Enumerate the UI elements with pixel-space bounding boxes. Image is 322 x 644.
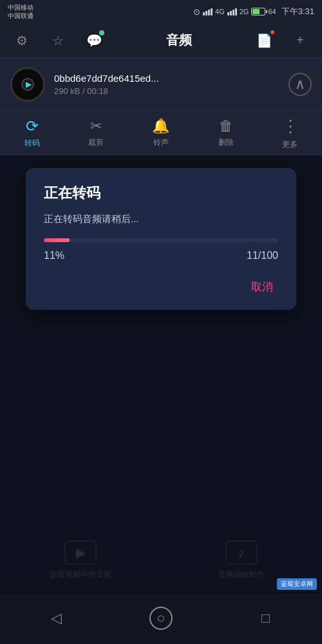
ringtone-label: 铃声 — [153, 137, 169, 148]
play-icon: ▶ — [26, 80, 32, 89]
delete-icon: 🗑 — [219, 118, 233, 135]
toolbar-item-transcode[interactable]: ⟳ 转码 — [18, 113, 46, 153]
more-icon: ⋮ — [282, 117, 298, 137]
status-label-4g: 4G — [215, 8, 225, 15]
doc-notification-dot — [270, 30, 274, 34]
star-icon[interactable]: ☆ — [46, 29, 70, 52]
toolbar-item-cut[interactable]: ✂ 裁剪 — [82, 114, 110, 152]
doc-icon[interactable]: 📄 — [252, 29, 276, 52]
cut-label: 裁剪 — [88, 137, 104, 148]
status-label-2g: 2G — [240, 8, 249, 15]
more-label: 更多 — [282, 139, 298, 150]
battery-level: 64 — [268, 8, 276, 15]
dialog-title: 正在转码 — [44, 184, 278, 203]
home-button[interactable]: ○ — [149, 607, 173, 630]
page-title: 音频 — [118, 32, 240, 49]
transcode-dialog: 正在转码 正在转码音频请稍后... 11% 11/100 取消 — [26, 168, 296, 310]
main-content: 正在转码 正在转码音频请稍后... 11% 11/100 取消 — [0, 155, 322, 593]
toolbar-item-delete[interactable]: 🗑 删除 — [212, 114, 240, 152]
nav-bar: ⚙ ☆ 💬 音频 📄 + — [0, 23, 322, 58]
vinyl-icon: ▶ — [10, 67, 45, 102]
progress-count: 11/100 — [247, 250, 278, 261]
add-icon[interactable]: + — [289, 29, 312, 52]
transcode-label: 转码 — [24, 138, 40, 149]
cancel-button[interactable]: 取消 — [246, 277, 278, 297]
status-icon-signal2 — [227, 8, 237, 15]
back-button[interactable]: ◁ — [37, 604, 75, 632]
dialog-actions: 取消 — [44, 277, 278, 297]
audio-info-row: ▶ 0bbd6e7dd7de6415ed... 290 kB / 00:18 ∧ — [0, 58, 322, 111]
toolbar: ⟳ 转码 ✂ 裁剪 🔔 铃声 🗑 删除 ⋮ 更多 — [0, 111, 322, 155]
toolbar-item-ringtone[interactable]: 🔔 铃声 — [146, 114, 176, 152]
carrier1: 中国移动 — [8, 3, 33, 12]
chat-notification-dot — [99, 30, 104, 35]
transcode-icon: ⟳ — [26, 117, 39, 135]
recents-button[interactable]: □ — [247, 604, 285, 632]
status-bar: 中国移动 中国联通 ⊙ 4G 2G 64 下午3:31 — [0, 0, 322, 23]
delete-label: 删除 — [218, 137, 234, 148]
cut-icon: ✂ — [90, 118, 102, 135]
status-icon-wifi: ⊙ — [193, 7, 200, 17]
vinyl-inner: ▶ — [21, 78, 34, 91]
status-right: ⊙ 4G 2G 64 下午3:31 — [193, 6, 314, 17]
carrier-info: 中国移动 中国联通 — [8, 3, 33, 20]
audio-meta: 290 kB / 00:18 — [54, 86, 279, 96]
progress-row: 11% 11/100 — [44, 250, 278, 261]
carrier2: 中国联通 — [8, 12, 33, 20]
toolbar-item-more[interactable]: ⋮ 更多 — [276, 113, 304, 154]
overlay-backdrop: 正在转码 正在转码音频请稍后... 11% 11/100 取消 — [0, 155, 322, 593]
progress-percentage: 11% — [44, 250, 64, 261]
watermark: 蓝莓安卓网 — [277, 578, 317, 590]
ringtone-icon: 🔔 — [152, 118, 169, 135]
system-nav-bar: ◁ ○ □ — [0, 592, 322, 644]
progress-bar-fill — [44, 238, 70, 242]
settings-icon[interactable]: ⚙ — [10, 29, 33, 52]
doc-icon-symbol: 📄 — [256, 33, 272, 48]
battery-indicator — [251, 8, 265, 15]
audio-text: 0bbd6e7dd7de6415ed... 290 kB / 00:18 — [54, 73, 279, 96]
status-icon-signal — [203, 8, 213, 15]
dialog-message: 正在转码音频请稍后... — [44, 213, 278, 225]
chat-icon[interactable]: 💬 — [82, 29, 106, 52]
time-display: 下午3:31 — [281, 6, 314, 17]
battery-fill — [252, 9, 260, 14]
progress-bar-background — [44, 238, 278, 242]
collapse-button[interactable]: ∧ — [289, 73, 312, 96]
audio-filename: 0bbd6e7dd7de6415ed... — [54, 73, 279, 84]
